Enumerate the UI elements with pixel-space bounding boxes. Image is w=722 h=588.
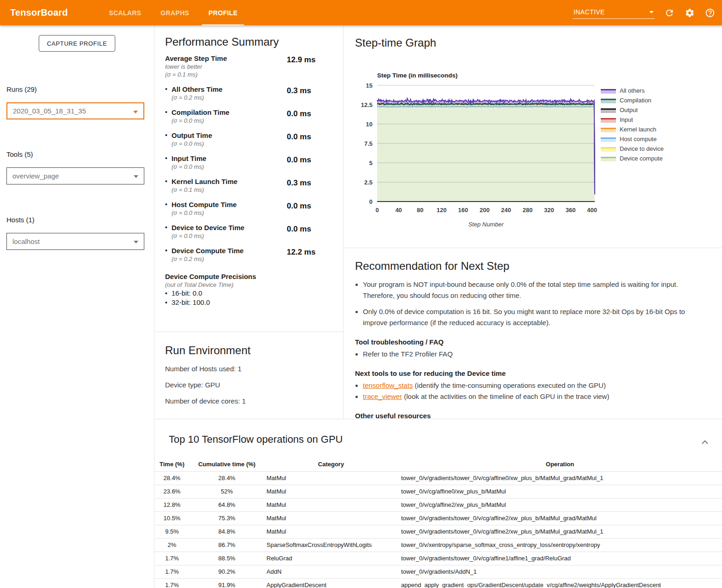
tools-select[interactable]: overview_page bbox=[6, 167, 144, 184]
precisions-label: Device Compute Precisions bbox=[165, 272, 334, 281]
tensorboard-app: TensorBoard SCALARSGRAPHSPROFILE INACTIV… bbox=[0, 0, 722, 588]
settings-gear-icon[interactable] bbox=[684, 7, 695, 18]
table-cell: SparseSoftmaxCrossEntropyWithLogits bbox=[264, 538, 398, 552]
recommendation-bullet: Your program is NOT input-bound because … bbox=[363, 279, 704, 301]
precision-item-text: 16-bit: 0.0 bbox=[172, 289, 202, 298]
performance-item-value: 0.3 ms bbox=[287, 177, 334, 194]
precision-item-text: 32-bit: 100.0 bbox=[172, 298, 210, 307]
table-cell: tower_0/v/cg/affine0/xw_plus_b/MatMul bbox=[398, 485, 722, 498]
bullet-icon: • bbox=[165, 246, 172, 255]
svg-text:2.5: 2.5 bbox=[364, 179, 373, 186]
table-cell: 1.7% bbox=[154, 578, 189, 588]
table-row: 12.8%64.8%MatMultower_0/v/cg/affine2/xw_… bbox=[154, 498, 722, 511]
performance-item-label: Output Time bbox=[172, 131, 212, 140]
hosts-label: Hosts (1) bbox=[6, 216, 154, 224]
runs-label: Runs (29) bbox=[6, 85, 154, 93]
runs-select[interactable]: 2020_03_05_18_31_35 bbox=[6, 102, 144, 119]
table-cell: 91.9% bbox=[189, 578, 264, 588]
table-cell: 28.4% bbox=[189, 471, 264, 485]
tab-scalars[interactable]: SCALARS bbox=[102, 0, 148, 25]
top-ops-title: Top 10 TensorFlow operations on GPU bbox=[169, 434, 343, 445]
table-cell: tower_0/v/cg/affine2/xw_plus_b/MatMul bbox=[398, 498, 722, 511]
performance-item-sigma: (σ = 0.0 ms) bbox=[165, 232, 287, 240]
performance-item-label: Device Compute Time bbox=[172, 246, 243, 255]
bullet-icon: • bbox=[165, 154, 172, 163]
table-cell: 75.3% bbox=[189, 511, 264, 525]
table-cell: 2% bbox=[154, 538, 189, 552]
table-cell: 90.2% bbox=[189, 565, 264, 578]
device-compute-precisions: Device Compute Precisions (out of Total … bbox=[165, 272, 334, 307]
next-tool-link[interactable]: tensorflow_stats bbox=[363, 381, 413, 389]
table-cell: 52% bbox=[189, 485, 264, 498]
legend-item: Compilation bbox=[601, 95, 663, 105]
recommendation-bullet: Only 0.0% of device computation is 16 bi… bbox=[363, 306, 704, 328]
svg-text:Step Time (in milliseconds): Step Time (in milliseconds) bbox=[377, 72, 458, 79]
sidebar: CAPTURE PROFILE Runs (29) 2020_03_05_18_… bbox=[0, 25, 154, 588]
average-step-time-sigma: (σ = 0.1 ms) bbox=[165, 71, 287, 78]
performance-item: •Kernel Launch Time(σ = 0.1 ms)0.3 ms bbox=[165, 177, 334, 194]
bullet-icon: • bbox=[165, 85, 172, 94]
legend-swatch-icon bbox=[601, 156, 616, 161]
faq-heading: Tool troubleshooting / FAQ bbox=[355, 338, 704, 347]
table-cell: 10.5% bbox=[154, 511, 189, 525]
step-time-graph-panel: 02.557.51012.515040801201602002402803203… bbox=[343, 25, 722, 248]
nav-tabs: SCALARSGRAPHSPROFILE bbox=[99, 0, 247, 25]
svg-text:160: 160 bbox=[458, 207, 468, 214]
chevron-down-icon bbox=[133, 111, 138, 113]
table-row: 23.6%52%MatMultower_0/v/cg/affine0/xw_pl… bbox=[154, 485, 722, 498]
help-icon[interactable] bbox=[704, 7, 716, 18]
precisions-note: (out of Total Device Time) bbox=[165, 281, 334, 289]
next-tool: tensorflow_stats (identify the time-cons… bbox=[363, 380, 704, 391]
performance-summary-title: Performance Summary bbox=[165, 25, 334, 48]
app-header: TensorBoard SCALARSGRAPHSPROFILE INACTIV… bbox=[0, 0, 722, 25]
run-environment-line: Number of device cores: 1 bbox=[165, 397, 334, 405]
recommendation-bullets: Your program is NOT input-bound because … bbox=[355, 279, 704, 328]
legend-swatch-icon bbox=[601, 107, 616, 113]
performance-item-sigma: (σ = 0.2 ms) bbox=[165, 94, 287, 101]
legend-label: Input bbox=[620, 116, 633, 123]
performance-item-sigma: (σ = 0.0 ms) bbox=[165, 209, 287, 217]
svg-text:40: 40 bbox=[395, 207, 402, 214]
svg-text:0: 0 bbox=[369, 198, 373, 205]
bullet-icon: • bbox=[165, 289, 172, 298]
table-cell: ReluGrad bbox=[264, 552, 398, 565]
table-cell: 28.4% bbox=[154, 471, 189, 485]
table-cell: MatMul bbox=[264, 485, 398, 498]
table-row: 1.7%88.5%ReluGradtower_0/v/gradients/tow… bbox=[154, 552, 722, 565]
svg-text:280: 280 bbox=[522, 207, 533, 214]
reload-icon[interactable] bbox=[664, 7, 675, 18]
next-tool: trace_viewer (look at the activities on … bbox=[363, 391, 704, 402]
legend-label: Device compute bbox=[620, 155, 663, 162]
legend-label: Kernel launch bbox=[620, 126, 657, 133]
table-cell: MatMul bbox=[264, 511, 398, 525]
legend-item: Host compute bbox=[601, 134, 663, 144]
svg-text:80: 80 bbox=[417, 207, 423, 214]
performance-item-value: 0.0 ms bbox=[287, 154, 334, 171]
performance-item-label: All Others Time bbox=[172, 85, 223, 94]
table-cell: 84.8% bbox=[189, 525, 264, 538]
svg-text:400: 400 bbox=[587, 207, 597, 214]
table-cell: 9.5% bbox=[154, 525, 189, 538]
recommendation-panel: Recommendation for Next Step Your progra… bbox=[343, 248, 722, 419]
table-cell: 1.7% bbox=[154, 552, 189, 565]
svg-text:12.5: 12.5 bbox=[361, 101, 373, 108]
status-dropdown[interactable]: INACTIVE bbox=[573, 6, 655, 19]
table-cell: tower_0/v/gradients/tower_0/v/cg/affine1… bbox=[398, 552, 722, 565]
legend-item: Output bbox=[601, 105, 663, 115]
performance-item: •Host Compute Time(σ = 0.0 ms)0.0 ms bbox=[165, 200, 334, 217]
performance-item-label: Input Time bbox=[172, 154, 207, 163]
step-time-graph-title: Step-time Graph bbox=[355, 36, 436, 49]
svg-text:Step Number: Step Number bbox=[468, 221, 504, 228]
performance-item: •Input Time(σ = 0.0 ms)0.0 ms bbox=[165, 154, 334, 171]
tab-graphs[interactable]: GRAPHS bbox=[154, 0, 195, 25]
faq-items: Refer to the TF2 Profiler FAQ bbox=[355, 349, 704, 360]
collapse-chevron-up-icon[interactable] bbox=[702, 438, 708, 442]
next-tool-link[interactable]: trace_viewer bbox=[363, 392, 402, 400]
hosts-select[interactable]: localhost bbox=[6, 233, 144, 250]
capture-profile-button[interactable]: CAPTURE PROFILE bbox=[39, 35, 115, 52]
precisions-items: •16-bit: 0.0•32-bit: 100.0 bbox=[165, 289, 334, 307]
table-cell: ApplyGradientDescent bbox=[264, 578, 398, 588]
tab-profile[interactable]: PROFILE bbox=[202, 0, 244, 25]
table-row: 2%86.7%SparseSoftmaxCrossEntropyWithLogi… bbox=[154, 538, 722, 552]
legend-swatch-icon bbox=[601, 117, 616, 123]
